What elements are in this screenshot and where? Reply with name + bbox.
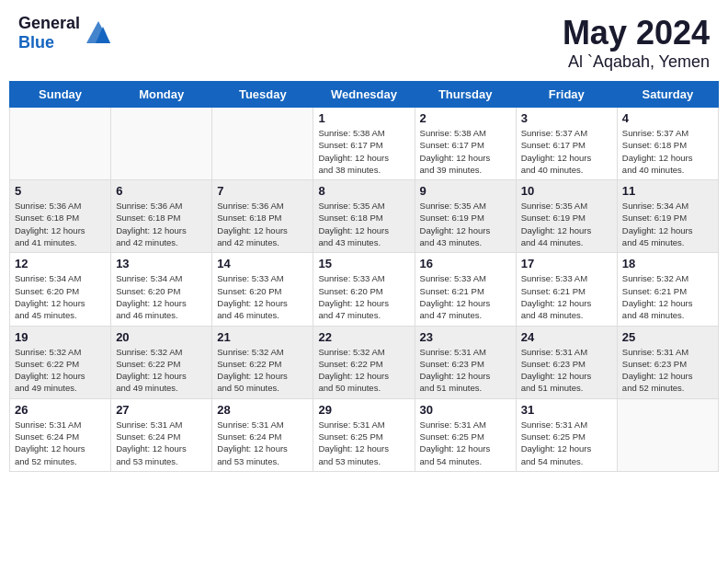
day-number: 7: [217, 184, 308, 198]
header-thursday: Thursday: [415, 82, 516, 108]
day-number: 20: [116, 330, 207, 344]
calendar-cell-w1-d2: [111, 108, 212, 180]
day-info: Sunrise: 5:33 AMSunset: 6:20 PMDaylight:…: [217, 272, 308, 321]
day-number: 16: [420, 257, 511, 270]
calendar-cell-w5-d1: 26Sunrise: 5:31 AMSunset: 6:24 PMDayligh…: [10, 398, 111, 471]
calendar-cell-w2-d4: 8Sunrise: 5:35 AMSunset: 6:18 PMDaylight…: [313, 180, 415, 253]
day-number: 2: [420, 111, 511, 125]
day-number: 4: [622, 111, 713, 125]
day-info: Sunrise: 5:31 AMSunset: 6:23 PMDaylight:…: [420, 346, 511, 395]
day-number: 23: [420, 330, 511, 344]
calendar-cell-w1-d4: 1Sunrise: 5:38 AMSunset: 6:17 PMDaylight…: [313, 108, 415, 180]
calendar-cell-w2-d5: 9Sunrise: 5:35 AMSunset: 6:19 PMDaylight…: [415, 180, 516, 253]
week-row-4: 19Sunrise: 5:32 AMSunset: 6:22 PMDayligh…: [10, 326, 719, 398]
day-number: 19: [15, 330, 106, 344]
calendar-cell-w1-d6: 3Sunrise: 5:37 AMSunset: 6:17 PMDaylight…: [516, 108, 617, 180]
day-number: 30: [420, 403, 511, 417]
day-info: Sunrise: 5:35 AMSunset: 6:19 PMDaylight:…: [420, 200, 511, 248]
calendar-cell-w5-d6: 31Sunrise: 5:31 AMSunset: 6:25 PMDayligh…: [516, 398, 617, 471]
day-number: 6: [116, 184, 207, 198]
week-row-2: 5Sunrise: 5:36 AMSunset: 6:18 PMDaylight…: [10, 180, 719, 253]
day-number: 15: [318, 257, 409, 270]
logo-icon: [85, 19, 112, 47]
logo-blue: Blue: [18, 33, 80, 52]
day-number: 1: [318, 111, 409, 125]
day-number: 31: [521, 403, 612, 417]
day-number: 18: [622, 257, 713, 270]
day-number: 22: [318, 330, 409, 344]
calendar-cell-w3-d3: 14Sunrise: 5:33 AMSunset: 6:20 PMDayligh…: [212, 253, 313, 326]
week-row-5: 26Sunrise: 5:31 AMSunset: 6:24 PMDayligh…: [10, 398, 719, 471]
day-info: Sunrise: 5:32 AMSunset: 6:21 PMDaylight:…: [622, 272, 713, 321]
weekday-header-row: Sunday Monday Tuesday Wednesday Thursday…: [10, 82, 719, 108]
calendar-cell-w3-d5: 16Sunrise: 5:33 AMSunset: 6:21 PMDayligh…: [415, 253, 516, 326]
calendar-cell-w3-d4: 15Sunrise: 5:33 AMSunset: 6:20 PMDayligh…: [313, 253, 415, 326]
day-number: 11: [622, 184, 713, 198]
day-number: 21: [217, 330, 308, 344]
header-saturday: Saturday: [617, 82, 718, 108]
day-info: Sunrise: 5:37 AMSunset: 6:18 PMDaylight:…: [622, 127, 713, 176]
header-sunday: Sunday: [10, 82, 111, 108]
day-number: 27: [116, 403, 207, 417]
day-info: Sunrise: 5:32 AMSunset: 6:22 PMDaylight:…: [217, 346, 308, 395]
week-row-3: 12Sunrise: 5:34 AMSunset: 6:20 PMDayligh…: [10, 253, 719, 326]
calendar-cell-w2-d6: 10Sunrise: 5:35 AMSunset: 6:19 PMDayligh…: [516, 180, 617, 253]
day-info: Sunrise: 5:33 AMSunset: 6:21 PMDaylight:…: [521, 272, 612, 321]
day-number: 12: [15, 257, 106, 270]
day-info: Sunrise: 5:36 AMSunset: 6:18 PMDaylight:…: [15, 200, 106, 248]
day-number: 29: [318, 403, 409, 417]
day-info: Sunrise: 5:31 AMSunset: 6:23 PMDaylight:…: [622, 346, 713, 395]
day-info: Sunrise: 5:31 AMSunset: 6:24 PMDaylight:…: [217, 419, 308, 467]
week-row-1: 1Sunrise: 5:38 AMSunset: 6:17 PMDaylight…: [10, 108, 719, 180]
calendar-cell-w3-d1: 12Sunrise: 5:34 AMSunset: 6:20 PMDayligh…: [10, 253, 111, 326]
day-info: Sunrise: 5:31 AMSunset: 6:25 PMDaylight:…: [420, 419, 511, 467]
calendar-table: Sunday Monday Tuesday Wednesday Thursday…: [9, 81, 719, 472]
header-friday: Friday: [516, 82, 617, 108]
calendar-cell-w5-d4: 29Sunrise: 5:31 AMSunset: 6:25 PMDayligh…: [313, 398, 415, 471]
day-info: Sunrise: 5:33 AMSunset: 6:20 PMDaylight:…: [318, 272, 409, 321]
calendar-cell-w3-d2: 13Sunrise: 5:34 AMSunset: 6:20 PMDayligh…: [111, 253, 212, 326]
day-info: Sunrise: 5:38 AMSunset: 6:17 PMDaylight:…: [318, 127, 409, 176]
calendar-cell-w4-d1: 19Sunrise: 5:32 AMSunset: 6:22 PMDayligh…: [10, 326, 111, 398]
day-number: 8: [318, 184, 409, 198]
calendar-cell-w4-d2: 20Sunrise: 5:32 AMSunset: 6:22 PMDayligh…: [111, 326, 212, 398]
day-info: Sunrise: 5:31 AMSunset: 6:25 PMDaylight:…: [521, 419, 612, 467]
header-wednesday: Wednesday: [313, 82, 415, 108]
logo-general: General: [18, 14, 80, 33]
calendar-cell-w2-d3: 7Sunrise: 5:36 AMSunset: 6:18 PMDaylight…: [212, 180, 313, 253]
calendar-cell-w5-d2: 27Sunrise: 5:31 AMSunset: 6:24 PMDayligh…: [111, 398, 212, 471]
day-info: Sunrise: 5:35 AMSunset: 6:19 PMDaylight:…: [521, 200, 612, 248]
day-number: 26: [15, 403, 106, 417]
day-info: Sunrise: 5:33 AMSunset: 6:21 PMDaylight:…: [420, 272, 511, 321]
calendar-cell-w4-d4: 22Sunrise: 5:32 AMSunset: 6:22 PMDayligh…: [313, 326, 415, 398]
header-monday: Monday: [111, 82, 212, 108]
calendar-cell-w1-d1: [10, 108, 111, 180]
day-number: 3: [521, 111, 612, 125]
calendar-cell-w2-d1: 5Sunrise: 5:36 AMSunset: 6:18 PMDaylight…: [10, 180, 111, 253]
day-info: Sunrise: 5:32 AMSunset: 6:22 PMDaylight:…: [116, 346, 207, 395]
day-number: 13: [116, 257, 207, 270]
calendar-cell-w4-d7: 25Sunrise: 5:31 AMSunset: 6:23 PMDayligh…: [617, 326, 718, 398]
day-info: Sunrise: 5:36 AMSunset: 6:18 PMDaylight:…: [116, 200, 207, 248]
calendar-cell-w1-d3: [212, 108, 313, 180]
day-number: 28: [217, 403, 308, 417]
day-number: 25: [622, 330, 713, 344]
day-info: Sunrise: 5:31 AMSunset: 6:23 PMDaylight:…: [521, 346, 612, 395]
day-info: Sunrise: 5:37 AMSunset: 6:17 PMDaylight:…: [521, 127, 612, 176]
calendar-location: Al `Aqabah, Yemen: [563, 52, 710, 72]
day-number: 14: [217, 257, 308, 270]
day-number: 17: [521, 257, 612, 270]
logo: General Blue: [18, 14, 112, 52]
day-info: Sunrise: 5:34 AMSunset: 6:19 PMDaylight:…: [622, 200, 713, 248]
calendar-cell-w5-d3: 28Sunrise: 5:31 AMSunset: 6:24 PMDayligh…: [212, 398, 313, 471]
calendar-cell-w3-d6: 17Sunrise: 5:33 AMSunset: 6:21 PMDayligh…: [516, 253, 617, 326]
day-info: Sunrise: 5:31 AMSunset: 6:25 PMDaylight:…: [318, 419, 409, 467]
day-number: 10: [521, 184, 612, 198]
day-info: Sunrise: 5:34 AMSunset: 6:20 PMDaylight:…: [15, 272, 106, 321]
calendar-cell-w2-d2: 6Sunrise: 5:36 AMSunset: 6:18 PMDaylight…: [111, 180, 212, 253]
day-number: 5: [15, 184, 106, 198]
day-number: 24: [521, 330, 612, 344]
calendar-cell-w4-d3: 21Sunrise: 5:32 AMSunset: 6:22 PMDayligh…: [212, 326, 313, 398]
calendar-title: May 2024: [563, 14, 710, 52]
day-info: Sunrise: 5:36 AMSunset: 6:18 PMDaylight:…: [217, 200, 308, 248]
